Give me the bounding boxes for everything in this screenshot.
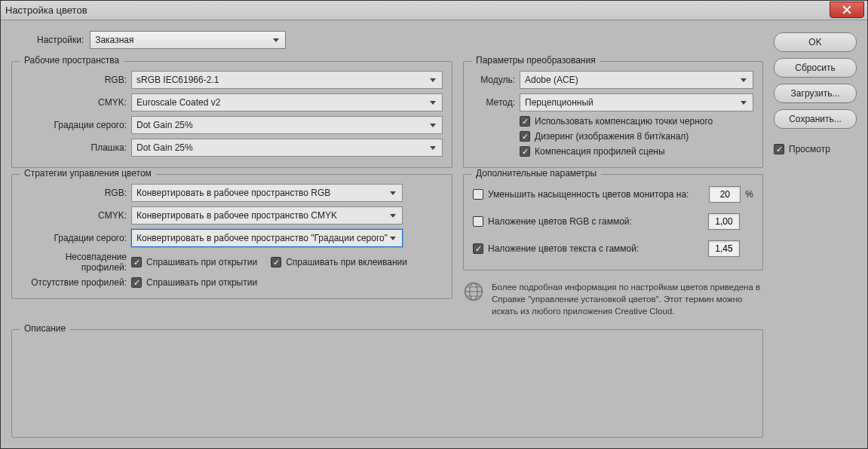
description-group: Описание bbox=[11, 329, 763, 438]
ask-open-checkbox[interactable] bbox=[131, 257, 142, 267]
window-title: Настройка цветов bbox=[5, 5, 87, 16]
bpc-checkbox[interactable] bbox=[520, 116, 530, 127]
ok-button[interactable]: OK bbox=[774, 32, 857, 52]
desaturate-label: Уменьшить насыщенность цветов монитора н… bbox=[488, 189, 704, 200]
info-text: Более подробная информация по настройкам… bbox=[492, 281, 763, 317]
blend-text-input[interactable]: 1,45 bbox=[708, 240, 740, 257]
scene-checkbox[interactable] bbox=[520, 146, 530, 157]
pol-gray-select[interactable]: Конвертировать в рабочее пространство "Г… bbox=[131, 229, 403, 247]
load-button[interactable]: Загрузить... bbox=[774, 84, 857, 103]
pol-rgb-select[interactable]: Конвертировать в рабочее пространство RG… bbox=[131, 184, 403, 202]
globe-icon bbox=[463, 281, 484, 302]
blend-text-label: Наложение цветов текста с гаммой: bbox=[488, 243, 704, 254]
preview-checkbox[interactable] bbox=[774, 144, 784, 154]
advanced-group: Дополнительные параметры Уменьшить насыщ… bbox=[463, 174, 763, 270]
advanced-title: Дополнительные параметры bbox=[471, 168, 601, 179]
save-button[interactable]: Сохранить... bbox=[774, 109, 857, 129]
settings-row: Настройки: Заказная bbox=[37, 31, 763, 49]
ask-paste-label: Спрашивать при вклеивании bbox=[286, 257, 407, 267]
titlebar: Настройка цветов bbox=[1, 1, 867, 20]
mismatch-label: Несовпадение профилей: bbox=[21, 252, 127, 273]
conversion-title: Параметры преобразования bbox=[471, 55, 600, 66]
ask-paste-checkbox[interactable] bbox=[271, 257, 281, 267]
blend-rgb-input[interactable]: 1,00 bbox=[708, 213, 740, 230]
conversion-group: Параметры преобразования Модуль: Adobe (… bbox=[463, 61, 763, 168]
engine-label: Модуль: bbox=[473, 75, 515, 85]
missing-label: Отсутствие профилей: bbox=[21, 277, 127, 288]
engine-select[interactable]: Adobe (ACE) bbox=[520, 71, 753, 89]
reset-button[interactable]: Сбросить bbox=[774, 58, 857, 78]
spot-label: Плашка: bbox=[21, 142, 127, 153]
bpc-label: Использовать компенсацию точки черного bbox=[535, 116, 713, 127]
preview-label: Просмотр bbox=[789, 144, 830, 154]
missing-ask-open-checkbox[interactable] bbox=[131, 277, 142, 288]
cmyk-label: CMYK: bbox=[21, 97, 127, 108]
pol-rgb-label: RGB: bbox=[21, 188, 127, 198]
close-button[interactable] bbox=[830, 2, 864, 18]
side-column: OK Сбросить Загрузить... Сохранить... Пр… bbox=[774, 31, 857, 438]
description-title: Описание bbox=[20, 323, 70, 334]
settings-label: Настройки: bbox=[37, 35, 84, 45]
upper-two-col: Рабочие пространства RGB: sRGB IEC61966-… bbox=[11, 55, 763, 317]
blend-text-checkbox[interactable] bbox=[473, 243, 483, 254]
rgb-select[interactable]: sRGB IEC61966-2.1 bbox=[131, 71, 443, 89]
dialog-body: Настройки: Заказная Рабочие пространства… bbox=[1, 20, 867, 448]
gray-select[interactable]: Dot Gain 25% bbox=[131, 116, 443, 134]
settings-select[interactable]: Заказная bbox=[90, 31, 286, 49]
workspaces-title: Рабочие пространства bbox=[20, 55, 124, 66]
pol-cmyk-select[interactable]: Конвертировать в рабочее пространство CM… bbox=[131, 206, 403, 225]
pol-gray-label: Градации серого: bbox=[21, 233, 127, 243]
intent-select[interactable]: Перцепционный bbox=[520, 93, 753, 111]
spot-select[interactable]: Dot Gain 25% bbox=[131, 139, 443, 157]
desaturate-checkbox[interactable] bbox=[473, 189, 483, 200]
desaturate-unit: % bbox=[745, 189, 753, 200]
ask-open-label: Спрашивать при открытии bbox=[146, 257, 257, 267]
intent-label: Метод: bbox=[473, 97, 515, 108]
policies-title: Стратегии управления цветом bbox=[20, 168, 156, 179]
pol-cmyk-label: CMYK: bbox=[21, 210, 127, 221]
cmyk-select[interactable]: Euroscale Coated v2 bbox=[131, 93, 443, 111]
policies-group: Стратегии управления цветом RGB: Конверт… bbox=[11, 174, 452, 299]
info-row: Более подробная информация по настройкам… bbox=[463, 281, 763, 317]
dither-checkbox[interactable] bbox=[520, 131, 530, 142]
close-icon bbox=[842, 5, 851, 14]
missing-ask-open-label: Спрашивать при открытии bbox=[146, 277, 257, 288]
blend-rgb-label: Наложение цветов RGB с гаммой: bbox=[488, 216, 704, 227]
main-column: Настройки: Заказная Рабочие пространства… bbox=[11, 31, 763, 438]
rgb-label: RGB: bbox=[21, 75, 127, 85]
scene-label: Компенсация профилей сцены bbox=[535, 146, 665, 157]
dialog-window: Настройка цветов Настройки: Заказная Раб… bbox=[0, 0, 868, 449]
dither-label: Дизеринг (изображения 8 бит/канал) bbox=[535, 131, 689, 142]
gray-label: Градации серого: bbox=[21, 120, 127, 130]
settings-value: Заказная bbox=[95, 35, 133, 45]
blend-rgb-checkbox[interactable] bbox=[473, 216, 483, 227]
workspaces-group: Рабочие пространства RGB: sRGB IEC61966-… bbox=[11, 61, 452, 168]
desaturate-input[interactable]: 20 bbox=[709, 186, 741, 203]
